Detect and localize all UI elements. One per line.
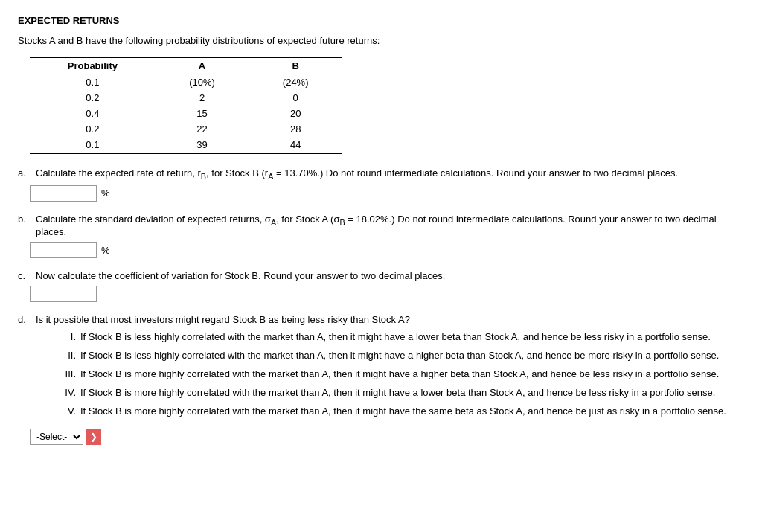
col-header-a: A <box>156 57 249 74</box>
table-row: 0.1(10%)(24%) <box>30 74 342 91</box>
roman-numeral: V. <box>55 406 76 417</box>
option-text: If Stock B is more highly correlated wit… <box>80 387 715 398</box>
page-title: EXPECTED RETURNS <box>18 15 744 26</box>
q-d-text: Is it possible that most investors might… <box>36 314 410 325</box>
question-c: c. Now calculate the coefficient of vari… <box>18 270 744 302</box>
q-b-input[interactable] <box>30 242 97 258</box>
option-text: If Stock B is less highly correlated wit… <box>80 350 719 361</box>
answer-select[interactable]: -Select- I II III IV V <box>30 429 83 445</box>
q-c-text: Now calculate the coefficient of variati… <box>36 270 445 281</box>
q-c-label: c. <box>18 270 31 281</box>
select-row: -Select- I II III IV V ❯ <box>30 429 744 445</box>
list-item: II.If Stock B is less highly correlated … <box>55 350 744 361</box>
col-header-probability: Probability <box>30 57 156 74</box>
col-header-b: B <box>249 57 342 74</box>
table-cell: 0.2 <box>30 121 156 137</box>
table-row: 0.41520 <box>30 106 342 121</box>
list-item: III.If Stock B is more highly correlated… <box>55 368 744 379</box>
table-cell: 39 <box>156 137 249 153</box>
table-row: 0.13944 <box>30 137 342 153</box>
q-c-input[interactable] <box>30 286 97 302</box>
roman-numeral: I. <box>55 331 76 342</box>
table-cell: 15 <box>156 106 249 121</box>
question-d: d. Is it possible that most investors mi… <box>18 314 744 445</box>
roman-numeral: II. <box>55 350 76 361</box>
option-text: If Stock B is less highly correlated wit… <box>80 331 711 342</box>
q-b-label: b. <box>18 214 31 238</box>
table-cell: 20 <box>249 106 342 121</box>
roman-numeral: IV. <box>55 387 76 398</box>
table-row: 0.220 <box>30 90 342 106</box>
q-a-text: Calculate the expected rate of return, r… <box>36 167 678 181</box>
q-a-input[interactable] <box>30 185 97 202</box>
options-list: I.If Stock B is less highly correlated w… <box>55 331 744 417</box>
option-text: If Stock B is more highly correlated wit… <box>80 406 726 417</box>
q-a-unit: % <box>101 188 110 199</box>
table-cell: 0 <box>249 90 342 106</box>
table-cell: 22 <box>156 121 249 137</box>
table-cell: (10%) <box>156 74 249 91</box>
q-b-unit: % <box>101 245 110 256</box>
probability-table: Probability A B 0.1(10%)(24%)0.2200.4152… <box>30 57 342 154</box>
list-item: V.If Stock B is more highly correlated w… <box>55 406 744 417</box>
intro-text: Stocks A and B have the following probab… <box>18 35 744 46</box>
table-cell: 0.1 <box>30 74 156 91</box>
table-cell: (24%) <box>249 74 342 91</box>
list-item: IV.If Stock B is more highly correlated … <box>55 387 744 398</box>
table-row: 0.22228 <box>30 121 342 137</box>
q-a-label: a. <box>18 167 31 181</box>
table-cell: 0.1 <box>30 137 156 153</box>
table-cell: 28 <box>249 121 342 137</box>
list-item: I.If Stock B is less highly correlated w… <box>55 331 744 342</box>
roman-numeral: III. <box>55 368 76 379</box>
q-d-label: d. <box>18 314 31 325</box>
select-arrow-button[interactable]: ❯ <box>86 429 101 445</box>
table-cell: 0.4 <box>30 106 156 121</box>
question-b: b. Calculate the standard deviation of e… <box>18 214 744 259</box>
table-cell: 2 <box>156 90 249 106</box>
table-cell: 44 <box>249 137 342 153</box>
q-b-text: Calculate the standard deviation of expe… <box>36 214 744 238</box>
question-a: a. Calculate the expected rate of return… <box>18 167 744 202</box>
option-text: If Stock B is more highly correlated wit… <box>80 368 719 379</box>
table-cell: 0.2 <box>30 90 156 106</box>
